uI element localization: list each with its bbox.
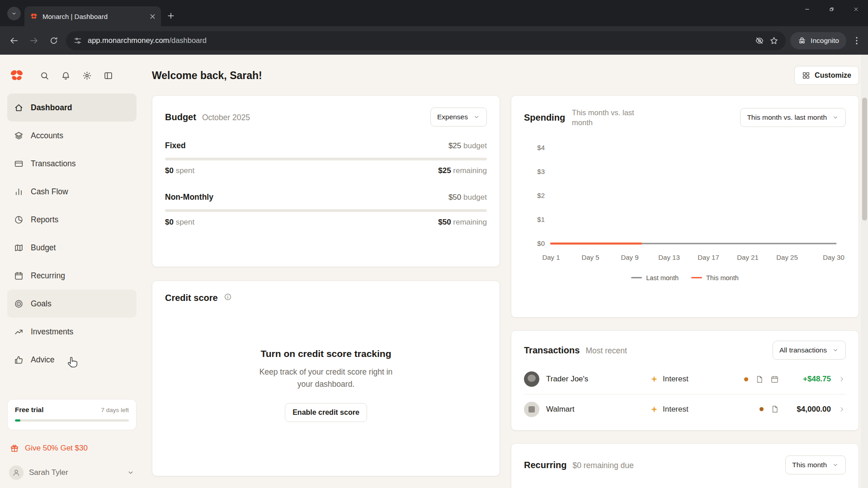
home-icon (14, 103, 24, 113)
budget-type-select[interactable]: Expenses (430, 108, 487, 127)
spending-card: Spending This month vs. last month This … (511, 95, 859, 318)
sidebar-item[interactable]: Cash Flow (7, 178, 137, 206)
last-month-legend-swatch (631, 277, 642, 279)
person-icon (12, 469, 20, 477)
tab-close-icon[interactable] (149, 13, 156, 20)
spending-range-select[interactable]: This month vs. last month (740, 108, 846, 127)
search-icon[interactable] (40, 71, 49, 80)
settings-gear-icon[interactable] (82, 71, 92, 80)
note-icon[interactable] (770, 405, 779, 413)
budget-group[interactable]: Fixed $25 budget $0 spent $25 remaining (165, 141, 487, 175)
svg-text:Day 30: Day 30 (823, 253, 844, 261)
close-button[interactable] (844, 0, 868, 18)
chevron-down-icon (832, 347, 839, 354)
svg-text:$0: $0 (537, 239, 545, 247)
svg-text:Day 5: Day 5 (581, 253, 599, 261)
interest-badge-icon (650, 405, 658, 413)
chevron-right-icon[interactable] (838, 375, 846, 383)
chevron-down-icon (127, 469, 135, 477)
forward-button[interactable] (26, 33, 42, 48)
monarch-logo-icon[interactable] (7, 67, 26, 84)
budget-amount-label: budget (463, 141, 487, 150)
note-icon[interactable] (755, 375, 764, 384)
svg-text:$2: $2 (537, 192, 545, 199)
back-button[interactable] (6, 33, 22, 48)
svg-text:Day 25: Day 25 (776, 253, 798, 261)
transactions-subtitle: Most recent (585, 346, 627, 356)
info-icon[interactable] (224, 293, 232, 301)
target-icon (14, 299, 24, 309)
sidebar-item[interactable]: Budget (7, 234, 137, 262)
notifications-bell-icon[interactable] (61, 71, 71, 80)
credit-description: Keep track of your credit score right in… (258, 366, 394, 390)
new-tab-button[interactable] (166, 11, 175, 20)
recurring-subtitle: $0 remaining due (572, 461, 633, 470)
minimize-button[interactable] (795, 0, 819, 18)
budget-amount-label: budget (463, 193, 487, 202)
collapse-sidebar-icon[interactable] (104, 71, 113, 80)
budget-group[interactable]: Non-Monthly $50 budget $0 spent $50 rema… (165, 192, 487, 227)
chevron-down-icon (11, 10, 17, 17)
remaining-label: remaining (453, 218, 487, 226)
credit-score-card: Credit score Turn on credit score tracki… (152, 281, 500, 476)
spending-subtitle: This month vs. last month (572, 108, 644, 128)
page-title: Welcome back, Sarah! (152, 70, 262, 82)
recurring-range-select[interactable]: This month (785, 455, 846, 474)
chart-legend: Last month This month (524, 274, 846, 282)
status-dot (744, 377, 748, 381)
sidebar-item-label: Recurring (31, 271, 65, 281)
sidebar-item[interactable]: Transactions (7, 150, 137, 178)
page-scrollbar[interactable] (861, 55, 868, 488)
sidebar-item[interactable]: Accounts (7, 122, 137, 150)
credit-headline: Turn on credit score tracking (260, 348, 391, 359)
transactions-card: Transactions Most recent All transaction… (511, 330, 859, 431)
sidebar-item[interactable]: Dashboard (7, 94, 137, 122)
sidebar-item[interactable]: Advice (7, 346, 137, 374)
address-bar[interactable]: app.monarchmoney.com/dashboard (66, 31, 786, 50)
budget-group-name: Non-Monthly (165, 192, 213, 202)
spent-amount: $0 (165, 166, 174, 175)
category-chip[interactable]: Interest (650, 375, 737, 384)
merchant-name: Walmart (546, 405, 643, 414)
transactions-filter-value: All transactions (779, 346, 827, 354)
transaction-row[interactable]: Walmart Interest $4 (524, 394, 846, 424)
user-menu[interactable]: Sarah Tyler (7, 465, 137, 480)
site-settings-icon[interactable] (73, 36, 82, 45)
sidebar-item[interactable]: Investments (7, 318, 137, 346)
sidebar-item-label: Advice (31, 355, 55, 365)
browser-window: Monarch | Dashboard app.monarchmoney.com… (0, 0, 868, 488)
free-trial-card: Free trial 7 days left (7, 399, 137, 430)
sidebar-item[interactable]: Recurring (7, 262, 137, 290)
category-chip[interactable]: Interest (650, 405, 753, 414)
budget-title: Budget (165, 112, 196, 122)
arrow-right-icon (29, 36, 39, 46)
recurring-range-value: This month (792, 461, 827, 469)
chevron-down-icon (832, 114, 839, 121)
browser-menu-button[interactable] (852, 36, 862, 46)
remaining-amount: $25 (438, 166, 451, 175)
sidebar-item-label: Budget (31, 243, 56, 253)
refresh-button[interactable] (46, 33, 61, 48)
tab-search-button[interactable] (7, 7, 21, 20)
referral-link[interactable]: Give 50% Get $30 (7, 444, 137, 453)
browser-tab[interactable]: Monarch | Dashboard (24, 6, 161, 26)
chevron-right-icon[interactable] (838, 405, 846, 413)
trial-progress-fill (15, 419, 20, 422)
this-month-legend-swatch (691, 277, 702, 279)
transactions-filter-select[interactable]: All transactions (773, 341, 846, 360)
status-dot (760, 407, 764, 411)
enable-credit-score-button[interactable]: Enable credit score (285, 403, 367, 422)
calendar-icon[interactable] (770, 375, 779, 384)
customize-button[interactable]: Customize (794, 66, 859, 85)
spent-amount: $0 (165, 218, 174, 226)
svg-text:Day 21: Day 21 (737, 253, 759, 261)
restore-button[interactable] (819, 0, 844, 18)
bookmark-star-icon[interactable] (769, 36, 778, 45)
transaction-row[interactable]: Trader Joe's Interest (524, 364, 846, 394)
sidebar-item[interactable]: Goals (7, 290, 137, 318)
svg-text:$3: $3 (537, 168, 545, 175)
eye-off-icon[interactable] (755, 36, 764, 45)
category-label: Interest (663, 405, 689, 414)
scrollbar-thumb[interactable] (862, 98, 867, 221)
sidebar-item[interactable]: Reports (7, 206, 137, 234)
